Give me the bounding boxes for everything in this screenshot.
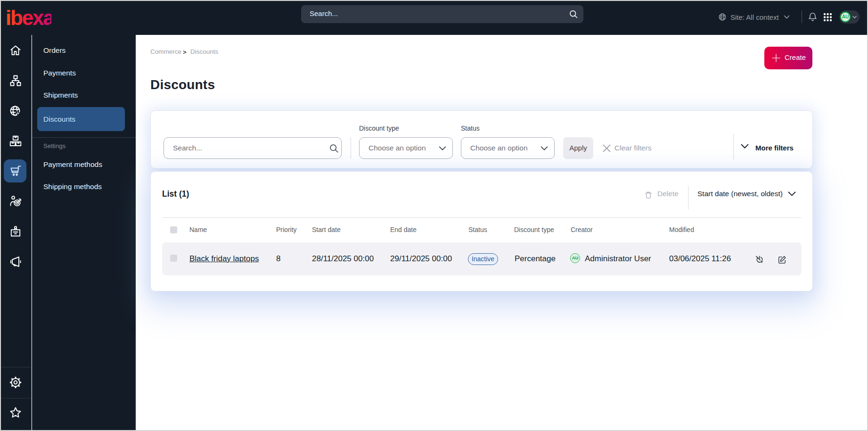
svg-text:ibexa: ibexa [7, 7, 51, 27]
